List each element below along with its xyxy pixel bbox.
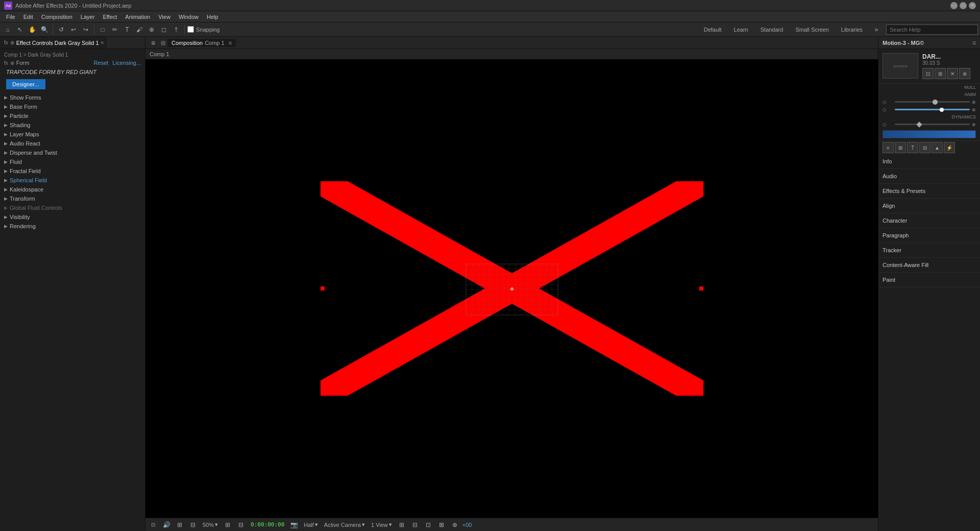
motion3-fit-btn[interactable]: ⊞ [935,68,946,79]
shading-header[interactable]: ▶ Shading [2,121,143,129]
window-controls[interactable]: — □ ✕ [950,2,976,9]
workspace-more[interactable]: » [871,24,882,35]
close-button[interactable]: ✕ [969,2,976,9]
puppet-tool[interactable]: † [170,24,182,35]
comp-pixel-btn[interactable]: ⊟ [235,519,247,530]
arrow-tool[interactable]: ↖ [14,24,26,35]
paragraph-section-title[interactable]: Paragraph [883,230,976,240]
view-control[interactable]: Active Camera ▾ [322,520,367,529]
workspace-learn[interactable]: Learn [730,26,752,34]
info-section-title[interactable]: Info [883,156,976,166]
motion3-close-btn[interactable]: ✕ [947,68,958,79]
comp-tab-close[interactable]: ≡ [229,40,232,46]
slider3-track[interactable] [895,124,970,125]
workspace-small-screen[interactable]: Small Screen [791,26,832,34]
comp-region-btn[interactable]: ⊡ [148,519,159,530]
effects-presets-title[interactable]: Effects & Presets [883,186,976,196]
menu-composition[interactable]: Composition [37,13,77,21]
fluid-header[interactable]: ▶ Fluid [2,158,143,166]
slider2-track[interactable] [895,109,970,110]
character-section-title[interactable]: Character [883,215,976,226]
workspace-default[interactable]: Default [700,26,726,34]
clone-tool[interactable]: ⊕ [146,24,157,35]
workspace-standard[interactable]: Standard [756,26,788,34]
search-help-input[interactable] [886,25,978,35]
menu-window[interactable]: Window [175,13,203,21]
workspace-libraries[interactable]: Libraries [837,26,867,34]
comp-extra-btn5[interactable]: ⊕ [449,519,460,530]
audio-react-header[interactable]: ▶ Audio React [2,139,143,148]
licensing-button[interactable]: Licensing... [112,60,141,66]
spherical-field-header[interactable]: ▶ Spherical Field [2,176,143,184]
menu-layer[interactable]: Layer [77,13,99,21]
text-tool[interactable]: T [121,24,133,35]
eraser-tool[interactable]: ◻ [158,24,169,35]
motion3-lightning-btn[interactable]: ⚡ [944,142,955,153]
comp-tab[interactable]: Composition Comp 1 ≡ [167,39,236,47]
effect-controls-tab[interactable]: fx ⊕ Effect Controls Dark Gray Solid 1 ≡ [0,37,108,49]
content-aware-fill-title[interactable]: Content-Aware Fill [883,260,976,270]
comp-extra-btn3[interactable]: ⊡ [423,519,434,530]
motion3-align-btn[interactable]: ⊟ [919,142,930,153]
base-form-header[interactable]: ▶ Base Form [2,103,143,111]
resolution-control[interactable]: Half ▾ [302,520,320,529]
comp-extra-btn2[interactable]: ⊟ [409,519,421,530]
comp-viewer[interactable] [145,59,878,518]
menu-help[interactable]: Help [203,13,223,21]
brush-tool[interactable]: 🖌 [134,24,145,35]
snapping-toggle[interactable]: Snapping [187,26,220,33]
slider1-track[interactable] [895,101,970,103]
show-forms-header[interactable]: ▶ Show Forms [2,93,143,102]
comp-grid-btn[interactable]: ⊟ [187,519,199,530]
menu-file[interactable]: File [2,13,19,21]
motion3-text-btn[interactable]: T [907,142,918,153]
zoom-tool[interactable]: 🔍 [39,24,50,35]
motion3-list-btn[interactable]: ≡ [883,142,894,153]
motion3-up-btn[interactable]: ▲ [932,142,943,153]
menu-view[interactable]: View [154,13,175,21]
menu-edit[interactable]: Edit [19,13,37,21]
view-count-control[interactable]: 1 View ▾ [369,520,394,529]
effect-tab-close[interactable]: ≡ [101,40,104,45]
home-btn[interactable]: ⌂ [2,24,13,35]
align-section-title[interactable]: Align [883,201,976,211]
paint-section-title[interactable]: Paint [883,275,976,285]
undo-btn[interactable]: ↩ [68,24,79,35]
menu-effect[interactable]: Effect [99,13,121,21]
motion3-timeline-bar[interactable] [883,130,976,138]
snapping-checkbox[interactable] [187,26,194,33]
transform-header[interactable]: ▶ Transform [2,195,143,203]
motion3-expand-btn[interactable]: ⊡ [922,68,934,79]
motion3-settings-btn[interactable]: ⊕ [959,68,970,79]
rendering-header[interactable]: ▶ Rendering [2,222,143,230]
tracker-section-title[interactable]: Tracker [883,245,976,255]
right-panel-menu-btn[interactable]: ≡ [972,39,976,46]
audio-section-title[interactable]: Audio [883,171,976,181]
comp-fit-btn[interactable]: ⊞ [222,519,233,530]
comp-extra-btn1[interactable]: ⊞ [396,519,407,530]
minimize-button[interactable]: — [950,2,958,9]
visibility-header[interactable]: ▶ Visibility [2,213,143,221]
global-fluid-header[interactable]: ▶ Global Fluid Controls [2,204,143,212]
comp-panel-menu[interactable]: ≡ [148,37,159,49]
slider1-knob[interactable] [933,100,938,105]
fractal-field-header[interactable]: ▶ Fractal Field [2,167,143,175]
reset-button[interactable]: Reset [94,60,109,66]
disperse-twist-header[interactable]: ▶ Disperse and Twist [2,149,143,157]
kaleidospace-header[interactable]: ▶ Kaleidospace [2,185,143,194]
slider2-knob[interactable] [940,108,944,112]
designer-button[interactable]: Designer... [6,79,45,89]
rotate-tool[interactable]: ↺ [56,24,67,35]
redo-btn[interactable]: ↪ [80,24,91,35]
comp-audio-btn[interactable]: 🔊 [161,519,172,530]
maximize-button[interactable]: □ [960,2,967,9]
zoom-control[interactable]: 50% ▾ [201,520,220,529]
comp-preview-btn[interactable]: ⊞ [174,519,185,530]
pen-tool[interactable]: ✏ [109,24,120,35]
slider3-knob[interactable] [916,122,922,127]
particle-header[interactable]: ▶ Particle [2,112,143,120]
motion3-grid-btn[interactable]: ⊞ [895,142,906,153]
layer-maps-header[interactable]: ▶ Layer Maps [2,130,143,138]
hand-tool[interactable]: ✋ [27,24,38,35]
comp-camera-btn[interactable]: 📷 [288,519,300,530]
